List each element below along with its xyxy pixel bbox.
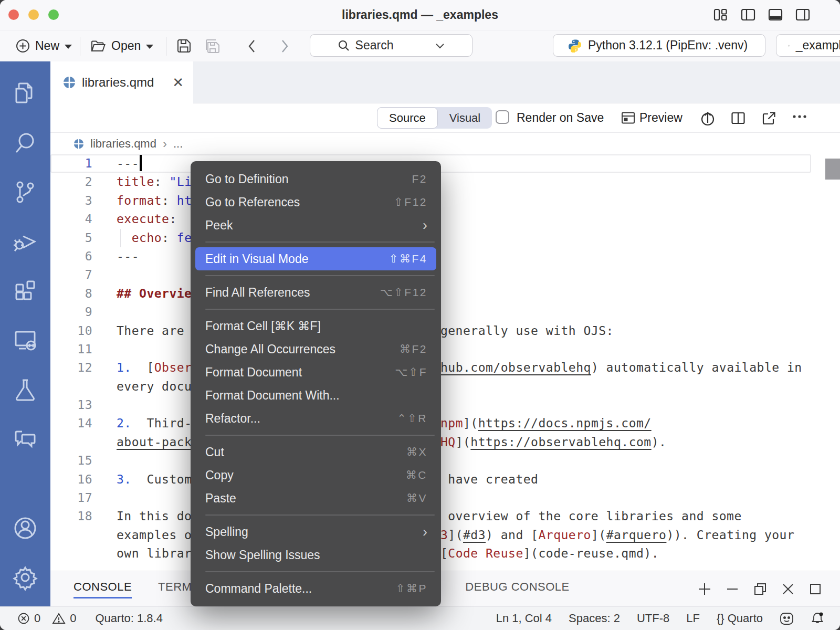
code-line[interactable]: 18In this document we'll provide a high …	[50, 507, 840, 526]
code-line[interactable]: 163. Custom libraries you or your collea…	[50, 470, 840, 489]
notifications-bell-icon[interactable]	[811, 612, 824, 625]
navigate-forward-button[interactable]	[279, 30, 290, 61]
code-line[interactable]: 121. [Observable core libraries](https:/…	[50, 359, 840, 377]
code-line[interactable]: 15	[50, 452, 840, 470]
close-panel-icon[interactable]	[781, 582, 795, 596]
project-button[interactable]: _examples	[776, 34, 840, 57]
settings-gear-icon[interactable]	[0, 553, 50, 602]
chevron-down-icon	[146, 45, 153, 49]
menu-item-paste[interactable]: Paste⌘V	[191, 487, 441, 510]
menu-item-format-document[interactable]: Format Document⌥⇧F	[191, 361, 441, 384]
maximize-panel-icon[interactable]	[808, 582, 822, 596]
code-line[interactable]: 9	[50, 303, 840, 321]
toggle-panel-icon[interactable]	[768, 7, 783, 23]
menu-item-go-to-definition[interactable]: Go to DefinitionF2	[191, 167, 441, 191]
menu-item-change-all-occurrences[interactable]: Change All Occurrences⌘F2	[191, 338, 441, 361]
split-editor-icon[interactable]	[731, 111, 746, 125]
cursor-position-status[interactable]: Ln 1, Col 4	[496, 612, 552, 625]
eol-status[interactable]: LF	[686, 612, 700, 625]
search-sidebar-icon[interactable]	[0, 118, 50, 167]
code-line[interactable]: 8## Overview	[50, 285, 840, 303]
indentation-status[interactable]: Spaces: 2	[569, 612, 620, 625]
code-line[interactable]: own libraries is covered in the article …	[50, 544, 840, 563]
visual-mode-button[interactable]: Visual	[438, 107, 492, 129]
code-line[interactable]: 2title: "Libraries"	[50, 173, 840, 191]
code-line[interactable]: 3format: html	[50, 192, 840, 210]
menu-item-command-palette[interactable]: Command Palette...⇧⌘P	[191, 577, 441, 600]
minimize-panel-icon[interactable]	[726, 582, 739, 596]
open-label: Open	[111, 39, 141, 53]
menu-item-show-spelling-issues[interactable]: Show Spelling Issues	[191, 543, 441, 566]
code-line[interactable]: 13	[50, 396, 840, 414]
render-on-save-checkbox[interactable]	[496, 110, 509, 124]
quarto-version-status[interactable]: Quarto: 1.8.4	[96, 612, 163, 625]
code-line[interactable]: 5 echo: fenced	[50, 229, 840, 247]
run-debug-icon[interactable]	[0, 217, 50, 266]
language-mode-status[interactable]: {} Quarto	[717, 612, 763, 625]
menu-item-label: Format Document	[205, 365, 302, 380]
code-line[interactable]: about-packages-and-modules) and [Observa…	[50, 433, 840, 452]
source-control-icon[interactable]	[0, 167, 50, 217]
code-line[interactable]: every document.	[50, 377, 840, 396]
menu-item-format-cell-k-f[interactable]: Format Cell [⌘K ⌘F]	[191, 314, 441, 338]
menu-item-shortcut: ⌃⇧R	[397, 412, 427, 425]
interpreter-selector[interactable]: Python 3.12.1 (PipEnv: .venv)	[553, 34, 765, 57]
restore-panel-icon[interactable]	[753, 582, 768, 596]
menu-item-cut[interactable]: Cut⌘X	[191, 440, 441, 464]
feedback-smiley-icon[interactable]	[780, 612, 794, 625]
code-line[interactable]: 142. Third-party JavaScript libraries fr…	[50, 414, 840, 433]
search-input[interactable]: Search	[310, 34, 472, 57]
submenu-chevron-icon: ›	[423, 218, 427, 233]
open-in-new-window-icon[interactable]	[762, 111, 776, 125]
menu-item-copy[interactable]: Copy⌘C	[191, 464, 441, 487]
menu-separator	[205, 435, 435, 436]
open-button[interactable]: Open	[90, 30, 153, 61]
code-line[interactable]: examples of using third-party libraries …	[50, 526, 840, 544]
line-number: 7	[50, 266, 92, 284]
comments-icon[interactable]	[0, 414, 50, 464]
tab-close-icon[interactable]: ✕	[172, 76, 184, 89]
code-line[interactable]: 7	[50, 266, 840, 284]
panel-tab-console[interactable]: CONSOLE	[74, 580, 132, 598]
toggle-secondary-sidebar-icon[interactable]	[795, 7, 811, 23]
menu-separator	[205, 309, 435, 310]
save-all-button[interactable]	[204, 30, 220, 61]
preview-icon[interactable]	[621, 111, 635, 125]
menu-item-spelling[interactable]: Spelling›	[191, 520, 441, 543]
menu-item-find-all-references[interactable]: Find All References⌥⇧F12	[191, 281, 441, 304]
code-line[interactable]: 17	[50, 489, 840, 507]
code-line[interactable]: 4execute:	[50, 210, 840, 228]
menu-item-format-document-with[interactable]: Format Document With...	[191, 384, 441, 407]
panel-tab-debug-console[interactable]: DEBUG CONSOLE	[465, 580, 569, 598]
extensions-icon[interactable]	[0, 266, 50, 316]
breadcrumb[interactable]: libraries.qmd › ...	[50, 133, 840, 154]
preview-label[interactable]: Preview	[639, 103, 682, 132]
new-console-icon[interactable]	[697, 582, 712, 596]
toggle-sidebar-icon[interactable]	[740, 7, 756, 23]
account-icon[interactable]	[0, 503, 50, 553]
explorer-icon[interactable]	[0, 69, 50, 118]
remote-explorer-icon[interactable]	[0, 316, 50, 365]
context-menu: Go to DefinitionF2Go to References⇧F12Pe…	[191, 161, 441, 606]
menu-item-go-to-references[interactable]: Go to References⇧F12	[191, 191, 441, 214]
problems-status[interactable]: 0 0	[17, 612, 77, 625]
source-mode-button[interactable]: Source	[377, 107, 438, 129]
encoding-status[interactable]: UTF-8	[637, 612, 669, 625]
more-actions-icon[interactable]	[792, 114, 807, 119]
new-button[interactable]: New	[16, 30, 72, 61]
menu-item-refactor[interactable]: Refactor...⌃⇧R	[191, 407, 441, 430]
breadcrumb-more[interactable]: ...	[173, 137, 183, 151]
testing-icon[interactable]	[0, 365, 50, 414]
code-line[interactable]: 6---	[50, 247, 840, 266]
code-editor[interactable]: 1---2title: "Libraries"3format: html4exe…	[50, 154, 840, 570]
code-line[interactable]: 11	[50, 340, 840, 359]
tab-libraries-qmd[interactable]: libraries.qmd ✕	[50, 61, 193, 103]
menu-item-edit-in-visual-mode[interactable]: Edit in Visual Mode⇧⌘F4	[195, 247, 436, 270]
render-icon[interactable]	[700, 111, 716, 127]
navigate-back-button[interactable]	[247, 30, 257, 61]
breadcrumb-file[interactable]: libraries.qmd	[90, 137, 156, 151]
menu-item-peek[interactable]: Peek›	[191, 214, 441, 237]
save-button[interactable]	[176, 30, 192, 61]
code-line[interactable]: 10There are three types of libraries you…	[50, 322, 840, 340]
customize-layout-icon[interactable]	[713, 7, 729, 23]
